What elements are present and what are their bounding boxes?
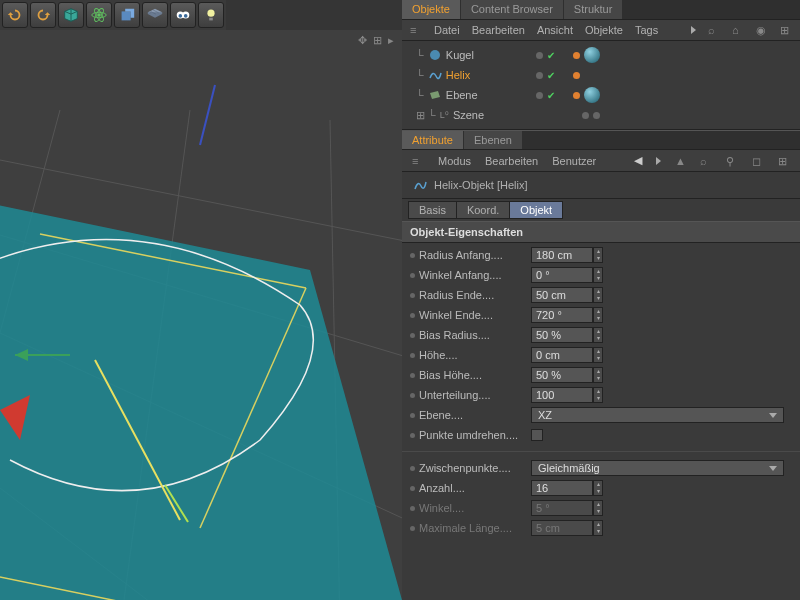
tree-tags — [582, 112, 600, 119]
tree-item-helix[interactable]: └ Helix ✔ — [402, 65, 800, 85]
number-input[interactable] — [531, 247, 593, 263]
move-icon[interactable]: ✥ — [358, 34, 367, 47]
visibility-dot[interactable] — [582, 112, 589, 119]
spinner[interactable]: ▴▾ — [593, 247, 603, 263]
redo-icon[interactable] — [30, 2, 56, 28]
grid-icon[interactable] — [142, 2, 168, 28]
number-input[interactable] — [531, 267, 593, 283]
menu-datei[interactable]: Datei — [434, 24, 460, 36]
boolean-icon[interactable] — [114, 2, 140, 28]
menu-modus[interactable]: Modus — [438, 155, 471, 167]
lock-icon[interactable]: ⚲ — [726, 155, 738, 167]
bullet-icon — [410, 526, 415, 531]
spinner[interactable]: ▴▾ — [593, 367, 603, 383]
object-title: Helix-Objekt [Helix] — [434, 179, 528, 191]
number-input[interactable] — [531, 287, 593, 303]
visibility-dot[interactable] — [536, 52, 543, 59]
spinner[interactable]: ▴▾ — [593, 480, 603, 496]
tab-objekte[interactable]: Objekte — [402, 0, 460, 19]
tab-ebenen[interactable]: Ebenen — [464, 131, 522, 149]
tree-label[interactable]: Helix — [446, 69, 470, 81]
visibility-dot[interactable] — [536, 72, 543, 79]
material-tag-icon[interactable] — [584, 47, 600, 63]
svg-line-20 — [200, 85, 215, 145]
tree-item-kugel[interactable]: └ Kugel ✔ — [402, 45, 800, 65]
back-icon[interactable]: ◀ — [634, 154, 642, 167]
add-icon[interactable]: ⊞ — [778, 155, 790, 167]
property-field: ▴▾ — [531, 327, 603, 343]
menu-bearbeiten[interactable]: Bearbeiten — [485, 155, 538, 167]
property-row: Winkel....▴▾ — [402, 498, 800, 518]
render-dot[interactable] — [573, 92, 580, 99]
new-icon[interactable]: ◻ — [752, 155, 764, 167]
number-input[interactable] — [531, 367, 593, 383]
home-icon[interactable]: ⌂ — [732, 24, 744, 36]
atom-icon[interactable] — [86, 2, 112, 28]
spin-down-icon: ▾ — [594, 315, 602, 322]
svg-point-6 — [179, 14, 183, 18]
settings-icon[interactable]: ⊞ — [373, 34, 382, 47]
dropdown[interactable]: XZ — [531, 407, 784, 423]
menu-objekte[interactable]: Objekte — [585, 24, 623, 36]
tab-struktur[interactable]: Struktur — [564, 0, 623, 19]
viewport[interactable]: ✥ ⊞ ▸ — [0, 30, 402, 600]
cube-icon[interactable] — [58, 2, 84, 28]
number-input[interactable] — [531, 327, 593, 343]
spinner[interactable]: ▴▾ — [593, 287, 603, 303]
search-icon[interactable]: ⌕ — [700, 155, 712, 167]
render-dot[interactable] — [573, 52, 580, 59]
dropdown[interactable]: Gleichmäßig — [531, 460, 784, 476]
checkbox[interactable] — [531, 429, 543, 441]
options-icon[interactable]: ▸ — [388, 34, 394, 47]
tree-label[interactable]: Kugel — [446, 49, 474, 61]
object-tree: └ Kugel ✔ └ Helix ✔ └ — [402, 41, 800, 130]
tree-item-ebene[interactable]: └ Ebene ✔ — [402, 85, 800, 105]
attribute-menubar: ≡ Modus Bearbeiten Benutzer ◀ ▲ ⌕ ⚲ ◻ ⊞ — [402, 150, 800, 172]
property-field: ▴▾ — [531, 287, 603, 303]
menu-bearbeiten[interactable]: Bearbeiten — [472, 24, 525, 36]
spinner[interactable]: ▴▾ — [593, 327, 603, 343]
menu-ansicht[interactable]: Ansicht — [537, 24, 573, 36]
spinner[interactable]: ▴▾ — [593, 347, 603, 363]
material-tag-icon[interactable] — [584, 87, 600, 103]
section-header: Objekt-Eigenschaften — [402, 221, 800, 243]
visibility-dot[interactable] — [536, 92, 543, 99]
search-icon[interactable]: ⌕ — [708, 24, 720, 36]
tree-label[interactable]: Ebene — [446, 89, 478, 101]
hamburger-icon[interactable]: ≡ — [410, 24, 422, 36]
hamburger-icon[interactable]: ≡ — [412, 155, 424, 167]
subtab-koord[interactable]: Koord. — [456, 201, 510, 219]
spin-up-icon: ▴ — [594, 481, 602, 488]
menu-benutzer[interactable]: Benutzer — [552, 155, 596, 167]
bullet-icon — [410, 373, 415, 378]
undo-icon[interactable] — [2, 2, 28, 28]
eyes-icon[interactable] — [170, 2, 196, 28]
check-icon[interactable]: ✔ — [547, 50, 555, 61]
number-input[interactable] — [531, 307, 593, 323]
tab-attribute[interactable]: Attribute — [402, 131, 463, 149]
visibility-dot[interactable] — [593, 112, 600, 119]
number-input[interactable] — [531, 387, 593, 403]
render-dot[interactable] — [573, 72, 580, 79]
check-icon[interactable]: ✔ — [547, 90, 555, 101]
spinner[interactable]: ▴▾ — [593, 267, 603, 283]
check-icon[interactable]: ✔ — [547, 70, 555, 81]
forward-icon[interactable] — [656, 157, 661, 165]
tab-content-browser[interactable]: Content Browser — [461, 0, 563, 19]
subtab-objekt[interactable]: Objekt — [509, 201, 563, 219]
expand-icon[interactable] — [691, 26, 696, 34]
subtab-basis[interactable]: Basis — [408, 201, 457, 219]
light-icon[interactable] — [198, 2, 224, 28]
add-icon[interactable]: ⊞ — [780, 24, 792, 36]
tree-item-szene[interactable]: ⊞ └ L⁰ Szene — [402, 105, 800, 125]
menu-tags[interactable]: Tags — [635, 24, 658, 36]
number-input[interactable] — [531, 480, 593, 496]
spinner[interactable]: ▴▾ — [593, 307, 603, 323]
property-field: ▴▾ — [531, 500, 603, 516]
bullet-icon — [410, 333, 415, 338]
up-icon[interactable]: ▲ — [675, 155, 686, 167]
tree-label[interactable]: Szene — [453, 109, 484, 121]
eye-icon[interactable]: ◉ — [756, 24, 768, 36]
number-input[interactable] — [531, 347, 593, 363]
spinner[interactable]: ▴▾ — [593, 387, 603, 403]
